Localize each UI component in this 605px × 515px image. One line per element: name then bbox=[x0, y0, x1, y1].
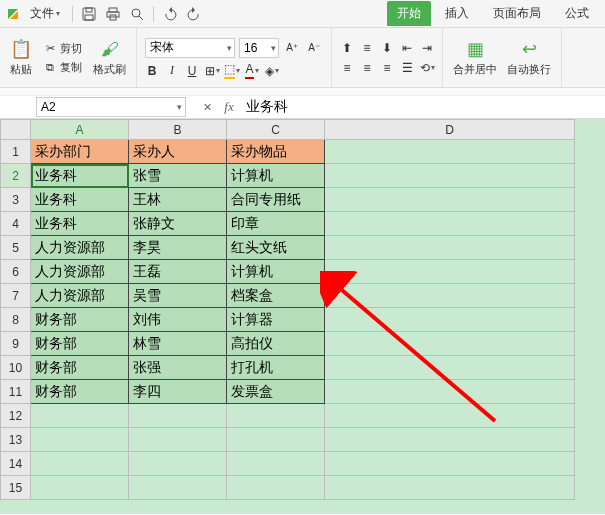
fill-color-button[interactable]: ⬚ bbox=[223, 62, 241, 80]
cell-B10[interactable]: 张强 bbox=[129, 356, 227, 380]
cell-A10[interactable]: 财务部 bbox=[31, 356, 129, 380]
cell-A8[interactable]: 财务部 bbox=[31, 308, 129, 332]
cell-B13[interactable] bbox=[129, 428, 227, 452]
redo-icon[interactable] bbox=[184, 4, 204, 24]
cell-C12[interactable] bbox=[227, 404, 325, 428]
cell-C3[interactable]: 合同专用纸 bbox=[227, 188, 325, 212]
row-header[interactable]: 13 bbox=[1, 428, 31, 452]
bold-button[interactable]: B bbox=[143, 62, 161, 80]
name-box[interactable]: A2 bbox=[36, 97, 186, 117]
border-button[interactable]: ⊞ bbox=[203, 62, 221, 80]
align-bottom-icon[interactable]: ⬇ bbox=[378, 39, 396, 57]
row-header[interactable]: 10 bbox=[1, 356, 31, 380]
cell-D4[interactable] bbox=[325, 212, 575, 236]
cell-C1[interactable]: 采办物品 bbox=[227, 140, 325, 164]
cell-D2[interactable] bbox=[325, 164, 575, 188]
cell-B11[interactable]: 李四 bbox=[129, 380, 227, 404]
cell-B3[interactable]: 王林 bbox=[129, 188, 227, 212]
cell-D1[interactable] bbox=[325, 140, 575, 164]
row-header[interactable]: 2 bbox=[1, 164, 31, 188]
copy-button[interactable]: ⧉复制 bbox=[40, 59, 85, 76]
cell-A7[interactable]: 人力资源部 bbox=[31, 284, 129, 308]
row-header[interactable]: 3 bbox=[1, 188, 31, 212]
cell-D15[interactable] bbox=[325, 476, 575, 500]
align-left-icon[interactable]: ≡ bbox=[338, 59, 356, 77]
font-name-combo[interactable]: 宋体 bbox=[145, 38, 235, 58]
tab-page-layout[interactable]: 页面布局 bbox=[483, 1, 551, 26]
row-header[interactable]: 12 bbox=[1, 404, 31, 428]
row-header[interactable]: 14 bbox=[1, 452, 31, 476]
cell-D6[interactable] bbox=[325, 260, 575, 284]
cell-D11[interactable] bbox=[325, 380, 575, 404]
align-middle-icon[interactable]: ≡ bbox=[358, 39, 376, 57]
cell-A13[interactable] bbox=[31, 428, 129, 452]
align-center-icon[interactable]: ≡ bbox=[358, 59, 376, 77]
cell-D9[interactable] bbox=[325, 332, 575, 356]
undo-icon[interactable] bbox=[160, 4, 180, 24]
cell-D5[interactable] bbox=[325, 236, 575, 260]
cut-button[interactable]: ✂剪切 bbox=[40, 40, 85, 57]
cell-D13[interactable] bbox=[325, 428, 575, 452]
row-header[interactable]: 15 bbox=[1, 476, 31, 500]
cell-C4[interactable]: 印章 bbox=[227, 212, 325, 236]
cell-C5[interactable]: 红头文纸 bbox=[227, 236, 325, 260]
cell-C14[interactable] bbox=[227, 452, 325, 476]
format-painter-button[interactable]: 🖌 格式刷 bbox=[89, 31, 130, 85]
cell-D8[interactable] bbox=[325, 308, 575, 332]
decrease-font-icon[interactable]: A⁻ bbox=[305, 39, 323, 57]
tab-insert[interactable]: 插入 bbox=[435, 1, 479, 26]
tab-begin[interactable]: 开始 bbox=[387, 1, 431, 26]
cell-C13[interactable] bbox=[227, 428, 325, 452]
cell-A4[interactable]: 业务科 bbox=[31, 212, 129, 236]
cell-A2[interactable]: 业务科 bbox=[31, 164, 129, 188]
increase-font-icon[interactable]: A⁺ bbox=[283, 39, 301, 57]
cell-A11[interactable]: 财务部 bbox=[31, 380, 129, 404]
file-menu[interactable]: 文件 ▾ bbox=[24, 3, 66, 24]
row-header[interactable]: 9 bbox=[1, 332, 31, 356]
cell-D7[interactable] bbox=[325, 284, 575, 308]
cell-C8[interactable]: 计算器 bbox=[227, 308, 325, 332]
effects-button[interactable]: ◈ bbox=[263, 62, 281, 80]
fx-icon[interactable]: fx bbox=[218, 99, 240, 115]
cell-B7[interactable]: 吴雪 bbox=[129, 284, 227, 308]
row-header[interactable]: 8 bbox=[1, 308, 31, 332]
cell-D3[interactable] bbox=[325, 188, 575, 212]
row-header[interactable]: 11 bbox=[1, 380, 31, 404]
row-header[interactable]: 1 bbox=[1, 140, 31, 164]
font-size-combo[interactable]: 16 bbox=[239, 38, 279, 58]
cell-A1[interactable]: 采办部门 bbox=[31, 140, 129, 164]
row-header[interactable]: 7 bbox=[1, 284, 31, 308]
col-header-C[interactable]: C bbox=[227, 120, 325, 140]
cell-A12[interactable] bbox=[31, 404, 129, 428]
save-icon[interactable] bbox=[79, 4, 99, 24]
cell-A9[interactable]: 财务部 bbox=[31, 332, 129, 356]
align-top-icon[interactable]: ⬆ bbox=[338, 39, 356, 57]
paste-button[interactable]: 📋 粘贴 bbox=[6, 31, 36, 85]
col-header-A[interactable]: A bbox=[31, 120, 129, 140]
print-preview-icon[interactable] bbox=[127, 4, 147, 24]
app-menu-icon[interactable] bbox=[6, 7, 20, 21]
align-right-icon[interactable]: ≡ bbox=[378, 59, 396, 77]
cell-B5[interactable]: 李昊 bbox=[129, 236, 227, 260]
merge-center-button[interactable]: ▦ 合并居中 bbox=[449, 31, 501, 85]
cell-A15[interactable] bbox=[31, 476, 129, 500]
print-icon[interactable] bbox=[103, 4, 123, 24]
select-all-corner[interactable] bbox=[1, 120, 31, 140]
italic-button[interactable]: I bbox=[163, 62, 181, 80]
cell-A6[interactable]: 人力资源部 bbox=[31, 260, 129, 284]
cell-B15[interactable] bbox=[129, 476, 227, 500]
indent-right-icon[interactable]: ⇥ bbox=[418, 39, 436, 57]
row-header[interactable]: 6 bbox=[1, 260, 31, 284]
cell-B4[interactable]: 张静文 bbox=[129, 212, 227, 236]
cell-C6[interactable]: 计算机 bbox=[227, 260, 325, 284]
cell-B6[interactable]: 王磊 bbox=[129, 260, 227, 284]
font-color-button[interactable]: A bbox=[243, 62, 261, 80]
cell-B1[interactable]: 采办人 bbox=[129, 140, 227, 164]
formula-input[interactable]: 业务科 bbox=[240, 98, 605, 116]
cell-C9[interactable]: 高拍仪 bbox=[227, 332, 325, 356]
col-header-B[interactable]: B bbox=[129, 120, 227, 140]
tab-formulas[interactable]: 公式 bbox=[555, 1, 599, 26]
distribute-icon[interactable]: ☰ bbox=[398, 59, 416, 77]
cell-B12[interactable] bbox=[129, 404, 227, 428]
row-header[interactable]: 4 bbox=[1, 212, 31, 236]
